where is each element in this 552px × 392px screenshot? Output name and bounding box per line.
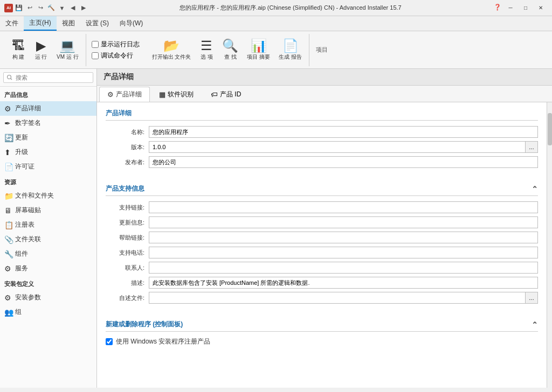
name-input[interactable] (149, 126, 538, 138)
tab-software-id-icon: ▦ (159, 90, 165, 99)
component-icon: 🔧 (4, 250, 13, 258)
form-row-support-phone: 支持电话: (106, 247, 538, 258)
save-quick-btn[interactable]: 💾 (14, 3, 24, 13)
show-run-log-check[interactable]: 显示运行日志 (92, 40, 140, 49)
menu-guide[interactable]: 向导(W) (114, 16, 148, 31)
find-btn[interactable]: 🔍 查 找 (218, 36, 242, 64)
vm-run-label: VM 运 行 (57, 53, 79, 61)
open-output-btn[interactable]: 📂 打开输出 文件夹 (148, 36, 195, 64)
publisher-label: 发布者: (106, 158, 149, 166)
sidebar-search[interactable] (0, 69, 96, 87)
tab-software-id[interactable]: ▦ 软件识别 (151, 87, 202, 102)
product-support-toggle[interactable]: ⌃ (532, 185, 538, 193)
sidebar-item-files-folders-label: 文件和文件夹 (15, 191, 54, 200)
sidebar-item-registry-label: 注册表 (15, 220, 34, 229)
sidebar-item-product-detail[interactable]: ⚙ 产品详细 (0, 101, 96, 116)
vm-run-btn[interactable]: 💻 VM 运 行 (53, 36, 82, 64)
readme-input[interactable] (149, 292, 525, 304)
help-link-label: 帮助链接: (106, 234, 149, 242)
sidebar-item-file-assoc[interactable]: 📎 文件关联 (0, 232, 96, 247)
toolbar: 🏗 构 建 ▶ 运 行 💻 VM 运 行 显示运行日志 调试命令行 📂 打开输出… (0, 31, 552, 69)
register-product-checkbox[interactable] (106, 338, 113, 345)
help-btn[interactable]: ❓ (493, 3, 502, 12)
window-controls[interactable]: ❓ ─ □ ✕ (493, 3, 548, 13)
update-info-input[interactable] (149, 216, 538, 228)
add-remove-section-header: 新建或删除程序 (控制面板) ⌃ (106, 320, 538, 332)
contact-input[interactable] (149, 262, 538, 274)
contact-label: 联系人: (106, 264, 149, 272)
tab-product-detail[interactable]: ⚙ 产品详细 (99, 87, 150, 102)
generate-report-label: 生成 报告 (279, 53, 302, 61)
select-item-btn[interactable]: ☰ 选 项 (196, 36, 217, 64)
product-detail-section-header: 产品详细 (106, 109, 538, 121)
sidebar-item-upgrade[interactable]: ⬆ 升级 (0, 145, 96, 159)
show-run-log-checkbox[interactable] (92, 41, 99, 48)
files-folders-icon: 📁 (4, 192, 13, 200)
version-input[interactable] (149, 141, 525, 153)
build-btn[interactable]: 🏗 构 建 (8, 36, 29, 64)
dropdown-quick-btn[interactable]: ▼ (57, 3, 67, 13)
menu-settings[interactable]: 设置 (S) (80, 16, 114, 31)
forward-btn[interactable]: ▶ (79, 3, 88, 13)
select-item-icon: ☰ (201, 39, 212, 52)
sidebar-item-component[interactable]: 🔧 组件 (0, 247, 96, 261)
search-input[interactable] (3, 72, 93, 83)
sidebar-item-service[interactable]: ⚙ 服务 (0, 261, 96, 276)
sidebar-item-files-folders[interactable]: 📁 文件和文件夹 (0, 188, 96, 203)
debug-cmd-label: 调试命令行 (101, 51, 133, 60)
support-phone-input[interactable] (149, 247, 538, 258)
debug-cmd-check[interactable]: 调试命令行 (92, 51, 140, 60)
sidebar-item-license[interactable]: 📄 许可证 (0, 159, 96, 174)
description-input[interactable] (149, 277, 538, 289)
sidebar-item-product-detail-label: 产品详细 (15, 104, 41, 113)
scrollbar[interactable] (547, 102, 552, 388)
project-summary-btn[interactable]: 📊 项目 摘要 (243, 36, 274, 64)
readme-browse-btn[interactable]: … (525, 292, 538, 304)
undo-btn[interactable]: ↩ (25, 3, 34, 13)
toolbar-section-label: 项目 (312, 45, 332, 55)
register-product-check[interactable]: 使用 Windows 安装程序注册产品 (106, 337, 538, 346)
form-row-support-link: 支持链接: (106, 201, 538, 213)
menu-home[interactable]: 主页(H) (24, 16, 57, 31)
maximize-btn[interactable]: □ (519, 3, 533, 13)
main-layout: 产品信息 ⚙ 产品详细 ✒ 数字签名 🔄 更新 ⬆ 升级 📄 许可证 (0, 69, 552, 388)
run-label: 运 行 (35, 53, 47, 61)
generate-report-icon: 📄 (282, 39, 299, 52)
quick-access-toolbar[interactable]: AI 💾 ↩ ↪ 🔨 ▼ ◀ ▶ (4, 3, 88, 13)
readme-label: 自述文件: (106, 294, 149, 302)
build-quick-btn[interactable]: 🔨 (46, 3, 56, 13)
sidebar-item-install-params[interactable]: ⚙ 安装参数 (0, 290, 96, 305)
close-btn[interactable]: ✕ (534, 3, 548, 13)
publisher-input[interactable] (149, 156, 538, 168)
scrollbar-thumb[interactable] (548, 113, 552, 145)
product-support-section-title: 产品支持信息 (106, 184, 144, 193)
version-input-group: … (149, 141, 538, 153)
sidebar-item-screen-tiles[interactable]: 🖥 屏幕磁贴 (0, 203, 96, 218)
sidebar: 产品信息 ⚙ 产品详细 ✒ 数字签名 🔄 更新 ⬆ 升级 📄 许可证 (0, 69, 97, 388)
tab-bar: ⚙ 产品详细 ▦ 软件识别 🏷 产品 ID (97, 86, 552, 102)
redo-btn[interactable]: ↪ (36, 3, 45, 13)
tab-product-id[interactable]: 🏷 产品 ID (203, 87, 249, 102)
debug-cmd-checkbox[interactable] (92, 52, 99, 59)
sidebar-section-product-info: 产品信息 (0, 87, 96, 101)
minimize-btn[interactable]: ─ (503, 3, 518, 13)
generate-report-btn[interactable]: 📄 生成 报告 (275, 36, 306, 64)
sidebar-item-update[interactable]: 🔄 更新 (0, 130, 96, 145)
version-browse-btn[interactable]: … (525, 141, 538, 153)
sidebar-item-license-label: 许可证 (15, 162, 34, 171)
run-btn[interactable]: ▶ 运 行 (30, 36, 52, 64)
add-remove-toggle[interactable]: ⌃ (532, 320, 538, 329)
add-remove-section-title: 新建或删除程序 (控制面板) (106, 320, 183, 329)
toolbar-output-group: 📂 打开输出 文件夹 ☰ 选 项 🔍 查 找 📊 项目 摘要 📄 生成 报告 (145, 34, 309, 66)
menu-file[interactable]: 文件 (0, 16, 24, 31)
back-btn[interactable]: ◀ (68, 3, 78, 13)
support-link-input[interactable] (149, 201, 538, 213)
form-row-contact: 联系人: (106, 262, 538, 274)
sidebar-item-digital-signature[interactable]: ✒ 数字签名 (0, 116, 96, 130)
menu-view[interactable]: 视图 (57, 16, 80, 31)
help-link-input[interactable] (149, 232, 538, 243)
support-link-label: 支持链接: (106, 204, 149, 212)
sidebar-item-group[interactable]: 👥 组 (0, 305, 96, 319)
sidebar-item-registry[interactable]: 📋 注册表 (0, 218, 96, 232)
tab-product-id-label: 产品 ID (220, 90, 241, 99)
